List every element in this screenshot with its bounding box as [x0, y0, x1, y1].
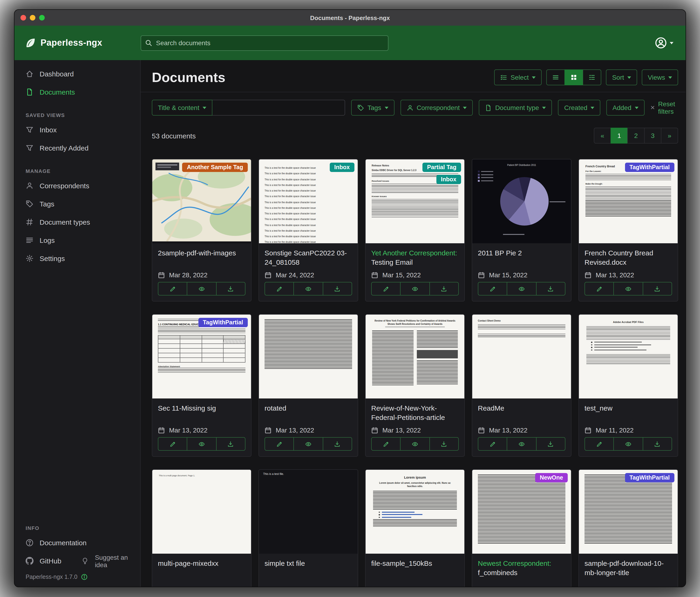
document-title[interactable]: multi-page-mixedxx	[158, 559, 246, 568]
suggest-idea-link[interactable]: Suggest an idea	[61, 552, 140, 570]
document-title[interactable]: Sonstige ScanPC2022 03-24_081058	[265, 248, 352, 267]
download-button[interactable]	[429, 437, 459, 451]
title-content-filter-button[interactable]: Title & content	[152, 100, 212, 116]
select-button[interactable]: Select	[494, 69, 542, 85]
view-button[interactable]	[507, 437, 536, 451]
document-thumbnail[interactable]: Lorem ipsumLorem ipsum dolor sit amet, c…	[366, 470, 464, 554]
document-thumbnail[interactable]: Patient BP Distribution 2011	[472, 159, 571, 243]
view-button[interactable]	[294, 437, 323, 451]
tag-badge[interactable]: TagWithPartial	[625, 163, 674, 172]
document-card[interactable]: Another Sample Tag 2sample-pdf-with-imag…	[152, 159, 251, 302]
download-button[interactable]	[216, 282, 246, 295]
document-title[interactable]: simple txt file	[265, 559, 352, 568]
edit-button[interactable]	[584, 437, 614, 451]
document-title[interactable]: rotated	[265, 404, 352, 413]
document-title[interactable]: 2011 BP Pie 2	[478, 248, 566, 258]
document-thumbnail[interactable]: Contact Sheet Demo	[472, 315, 571, 399]
document-title[interactable]: Sec 11-Missing sig	[158, 404, 246, 413]
document-thumbnail[interactable]: This is a test for the double space char…	[259, 159, 358, 243]
document-thumbnail[interactable]: Review of New York Federal Petitions for…	[366, 315, 464, 399]
document-card[interactable]: Contact Sheet Demo ReadMe Mar 13, 2022	[472, 314, 572, 457]
document-thumbnail[interactable]: Release NotesSimba ODBC Driver for SQL S…	[366, 159, 464, 243]
document-thumbnail[interactable]: This is a test file.	[259, 470, 358, 554]
tag-badge[interactable]: TagWithPartial	[625, 473, 674, 482]
document-thumbnail[interactable]: NewOne	[472, 470, 571, 554]
document-card[interactable]: This is a multi page document. Page 1. m…	[152, 469, 251, 587]
user-menu[interactable]	[655, 37, 685, 49]
document-correspondent[interactable]: Newest Correspondent:	[478, 559, 551, 567]
sidebar-item-correspondents[interactable]: Correspondents	[15, 176, 140, 195]
pagination-next-button[interactable]: »	[661, 128, 678, 144]
edit-button[interactable]	[584, 282, 614, 295]
document-card[interactable]: This is a test for the double space char…	[258, 159, 358, 302]
edit-button[interactable]	[158, 437, 188, 451]
download-button[interactable]	[536, 282, 566, 295]
document-thumbnail[interactable]	[259, 315, 358, 399]
filter-added-button[interactable]: Added	[606, 100, 644, 116]
pagination-prev-button[interactable]: «	[594, 128, 611, 144]
document-correspondent[interactable]: Yet Another Correspondent:	[371, 249, 457, 257]
pagination-page-2[interactable]: 2	[627, 128, 645, 144]
view-button[interactable]	[507, 282, 536, 295]
document-card[interactable]: TagWithPartial sample-pdf-download-10-mb…	[578, 469, 678, 587]
reset-filters-button[interactable]: Reset filters	[650, 100, 678, 115]
document-card[interactable]: Release NotesSimba ODBC Driver for SQL S…	[365, 159, 465, 302]
edit-button[interactable]	[158, 282, 188, 295]
sidebar-item-settings[interactable]: Settings	[15, 249, 140, 267]
filter-tags-button[interactable]: Tags	[351, 100, 394, 116]
document-thumbnail[interactable]: TagWithPartial	[579, 470, 678, 554]
view-list-button[interactable]	[546, 69, 565, 85]
document-title[interactable]: file-sample_150kBs	[371, 559, 459, 568]
minimize-window-button[interactable]	[30, 15, 35, 21]
sidebar-item-github[interactable]: GitHub	[15, 552, 61, 570]
tag-badge[interactable]: TagWithPartial	[198, 318, 248, 327]
document-card[interactable]: French Country Bread For the Leaven: Mak…	[578, 159, 678, 302]
document-card[interactable]: Lorem ipsumLorem ipsum dolor sit amet, c…	[365, 469, 465, 587]
sort-button[interactable]: Sort	[606, 69, 637, 85]
document-card[interactable]: 1.1 CONTINUING MEDICAL EDUCA Attestation…	[152, 314, 251, 457]
document-title[interactable]: ReadMe	[478, 404, 566, 413]
edit-button[interactable]	[265, 437, 294, 451]
document-card[interactable]: This is a test file. simple txt file	[258, 469, 358, 587]
sidebar-item-dashboard[interactable]: Dashboard	[15, 65, 140, 83]
info-icon[interactable]	[81, 574, 88, 580]
filter-document-type-button[interactable]: Document type	[479, 100, 552, 116]
view-button[interactable]	[187, 437, 217, 451]
edit-button[interactable]	[265, 282, 294, 295]
document-title[interactable]: Newest Correspondent: f_combineds	[478, 559, 566, 577]
document-title[interactable]: sample-pdf-download-10-mb-longer-title	[584, 559, 672, 577]
document-card[interactable]: Patient BP Distribution 2011 2011 BP Pie…	[472, 159, 572, 302]
download-button[interactable]	[643, 282, 672, 295]
document-title[interactable]: French Country Bread Revised.docx	[584, 248, 672, 267]
filter-created-button[interactable]: Created	[558, 100, 601, 116]
view-button[interactable]	[400, 282, 430, 295]
view-details-button[interactable]	[583, 69, 601, 85]
edit-button[interactable]	[371, 437, 401, 451]
sidebar-item-document-types[interactable]: Document types	[15, 213, 140, 231]
document-thumbnail[interactable]: French Country Bread For the Leaven: Mak…	[579, 159, 678, 243]
sidebar-item-tags[interactable]: Tags	[15, 195, 140, 213]
view-button[interactable]	[614, 282, 643, 295]
edit-button[interactable]	[478, 282, 507, 295]
filter-correspondent-button[interactable]: Correspondent	[400, 100, 473, 116]
document-title[interactable]: Review-of-New-York-Federal-Petitions-art…	[371, 404, 459, 422]
document-thumbnail[interactable]: This is a multi page document. Page 1.	[152, 470, 251, 554]
view-button[interactable]	[400, 437, 430, 451]
sidebar-item-recently-added[interactable]: Recently Added	[15, 139, 140, 157]
document-thumbnail[interactable]: Adobe Acrobat PDF Files	[579, 315, 678, 399]
view-button[interactable]	[187, 282, 217, 295]
download-button[interactable]	[536, 437, 566, 451]
tag-badge[interactable]: Another Sample Tag	[182, 163, 248, 172]
document-card[interactable]: NewOne Newest Correspondent: f_combineds	[472, 469, 572, 587]
document-card[interactable]: Adobe Acrobat PDF Files test_new Mar 11,…	[578, 314, 678, 457]
download-button[interactable]	[643, 437, 672, 451]
tag-badge[interactable]: NewOne	[535, 473, 568, 482]
download-button[interactable]	[323, 282, 352, 295]
document-card[interactable]: Review of New York Federal Petitions for…	[365, 314, 465, 457]
title-content-filter-input[interactable]	[212, 100, 345, 116]
download-button[interactable]	[216, 437, 246, 451]
tag-badge[interactable]: Inbox	[329, 163, 354, 172]
document-title[interactable]: Yet Another Correspondent: Testing Email	[371, 248, 459, 267]
tag-badge[interactable]: Inbox	[436, 175, 461, 184]
view-grid-button[interactable]	[565, 69, 583, 85]
